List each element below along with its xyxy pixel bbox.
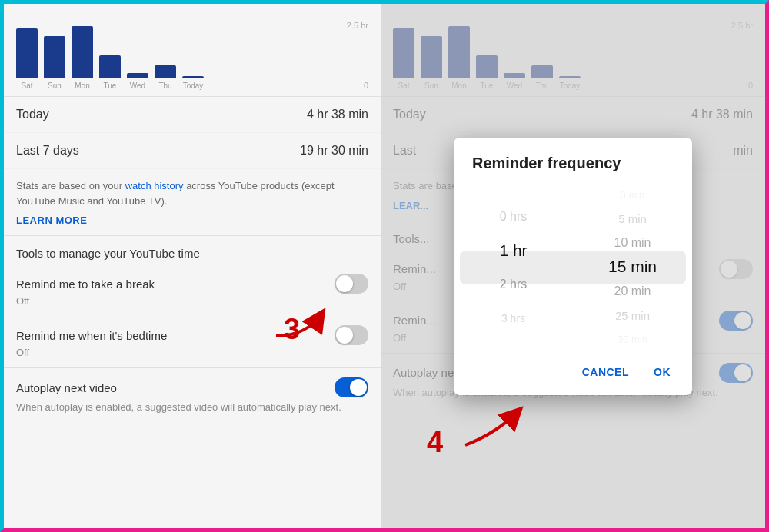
picker-item-0min: 0 min xyxy=(573,183,692,207)
modal-actions: CANCEL OK xyxy=(454,352,692,395)
left-chart-y-max: 2.5 hr xyxy=(347,21,368,30)
day-label-mon: Mon xyxy=(72,81,93,90)
picker-item-0hrs: 0 hrs xyxy=(454,200,573,234)
bar-wed xyxy=(127,73,148,78)
bar-tue xyxy=(99,55,121,78)
left-tools-title: Tools to manage your YouTube time xyxy=(4,236,381,268)
annotation-4-container: 4 xyxy=(427,426,443,459)
picker-item-3hrs: 3 hrs xyxy=(454,301,573,335)
picker-item-5min: 5 min xyxy=(573,207,692,231)
left-remind-break-label: Remind me to take a break xyxy=(16,278,155,291)
left-stat-7days-label: Last 7 days xyxy=(16,144,79,158)
left-stat-today-value: 4 hr 38 min xyxy=(307,108,368,121)
left-stat-today-label: Today xyxy=(16,108,49,121)
picker-item-20min: 20 min xyxy=(573,279,692,303)
day-label-sat: Sat xyxy=(16,81,38,90)
left-info-text: Stats are based on your watch history ac… xyxy=(4,169,381,211)
picker-container[interactable]: 0 hrs 1 hr 2 hrs 3 hrs xyxy=(454,183,692,352)
modal-ok-button[interactable]: OK xyxy=(644,360,680,384)
left-learn-more[interactable]: LEARN MORE xyxy=(4,211,381,235)
bar-mon xyxy=(72,26,93,78)
left-panel: 2.5 hr xyxy=(4,4,381,528)
left-autoplay-toggle[interactable] xyxy=(335,377,368,397)
picker-item-25min: 25 min xyxy=(573,304,692,328)
left-chart-area: 2.5 hr xyxy=(4,4,381,90)
bar-sun xyxy=(44,36,65,78)
day-label-tue: Tue xyxy=(99,81,121,90)
left-bars-container xyxy=(16,21,368,78)
hours-column[interactable]: 0 hrs 1 hr 2 hrs 3 hrs xyxy=(454,183,573,352)
annotation-3-container: 3 xyxy=(268,298,338,344)
left-autoplay-sublabel: When autoplay is enabled, a suggested vi… xyxy=(16,401,368,414)
arrow-3-icon xyxy=(268,298,338,344)
left-stat-today: Today 4 hr 38 min xyxy=(4,97,381,133)
left-chart-y-min: 0 xyxy=(364,81,368,90)
reminder-frequency-modal: Reminder frequency 0 hrs 1 hr xyxy=(454,138,692,395)
left-remind-break-toggle[interactable] xyxy=(335,274,368,294)
picker-item-2hrs: 2 hrs xyxy=(454,268,573,301)
modal-title: Reminder frequency xyxy=(454,138,692,183)
annotation-4-number: 4 xyxy=(427,426,443,458)
picker-item-1hr: 1 hr xyxy=(454,234,573,268)
annotation-3-number: 3 xyxy=(284,313,300,346)
minutes-column[interactable]: 0 min 5 min 10 min 15 min 20 min xyxy=(573,183,692,352)
left-remind-bedtime-label: Remind me when it's bedtime xyxy=(16,329,167,342)
bar-sat xyxy=(16,28,38,78)
watch-history-link[interactable]: watch history xyxy=(125,180,184,191)
left-autoplay-label: Autoplay next video xyxy=(16,381,117,394)
day-label-today: Today xyxy=(182,81,204,90)
left-remind-bedtime-toggle[interactable] xyxy=(335,325,368,345)
day-label-wed: Wed xyxy=(127,81,148,90)
day-label-thu: Thu xyxy=(155,81,176,90)
picker-item-10min: 10 min xyxy=(573,231,692,254)
modal-cancel-button[interactable]: CANCEL xyxy=(573,360,638,384)
left-remind-bedtime-sublabel: Off xyxy=(16,347,368,358)
picker-item-30min: 30 min xyxy=(573,328,692,351)
bar-today xyxy=(182,76,204,78)
arrow-4-icon xyxy=(458,403,534,449)
left-autoplay-row: Autoplay next video When autoplay is ena… xyxy=(4,368,381,417)
left-stat-7days-value: 19 hr 30 min xyxy=(300,144,368,158)
right-panel: 2.5 hr 0 Sat Sun Mon xyxy=(381,4,765,528)
day-label-sun: Sun xyxy=(44,81,65,90)
picker-item-15min: 15 min xyxy=(573,255,692,279)
left-stat-7days: Last 7 days 19 hr 30 min xyxy=(4,133,381,169)
bar-thu xyxy=(155,65,176,78)
